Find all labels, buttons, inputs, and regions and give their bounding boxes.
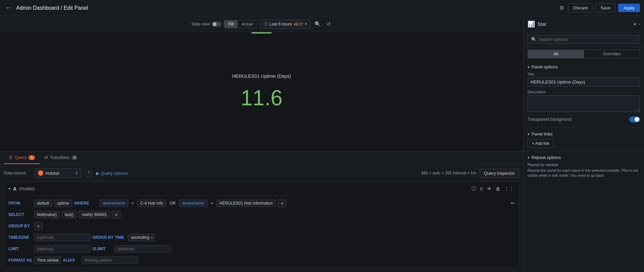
select-field-tag[interactable]: field(value) [34,211,60,218]
panel-options-section: ▾ Panel options Title Description Transp… [523,61,644,128]
panel-options-header[interactable]: ▾ Panel options [527,64,640,69]
repeat-options-chevron: ▾ [527,155,530,160]
repeat-options-header[interactable]: ▾ Repeat options [527,155,640,160]
search-options-row: 🔍 [523,32,644,47]
query-body: Data source Hubitat ▾ ? ▶ Query options … [0,164,523,272]
fill-button[interactable]: Fill [224,20,237,28]
format-as-keyword: FORMAT AS [8,258,32,263]
preview-value: 11.6 [241,86,283,110]
center-panel: Table view Fill Actual ⓘ Last 6 hours AE… [0,16,523,272]
table-view-switch[interactable] [212,21,221,27]
from-row: FROM default uptime WHERE deviceName = C… [8,199,515,208]
where-field-tag[interactable]: deviceName [100,200,128,207]
viz-expand-button[interactable]: › [639,21,640,26]
query-tab-icon: ☰ [9,155,13,160]
query-eye-icon[interactable]: 👁 [486,185,493,193]
order-by-keyword: ORDER BY TIME [92,235,126,240]
datasource-chevron: ▾ [76,171,78,175]
gear-icon[interactable]: ⚙ [558,3,565,12]
toggle-knob [213,22,217,26]
format-as-row: FORMAT AS Time series Table Logs ALIAS [8,256,515,265]
tab-query[interactable]: ☰ Query 1 [4,152,40,164]
from-keyword: FROM [8,201,32,206]
toolbar-row: Table view Fill Actual ⓘ Last 6 hours AE… [0,16,523,32]
select-fn1-tag[interactable]: last() [62,211,77,218]
where-or: OR [168,200,177,207]
title-field-input[interactable] [527,77,640,87]
top-bar: ← Admin Dashboard / Edit Panel ⚙ Discard… [0,0,644,16]
query-inspector-button[interactable]: Query inspector [479,169,519,178]
where-add-button[interactable]: + [278,199,286,207]
from-table-tag[interactable]: uptime [54,200,72,207]
all-tab-button[interactable]: All [528,50,584,58]
slimit-keyword: SLIMIT [92,247,112,251]
where-value2-tag[interactable]: HERULES01 Hub Information [217,200,276,207]
help-button[interactable]: ? [85,169,93,177]
from-edit-button[interactable]: ✏ [511,201,515,206]
panel-links-title: Panel links [532,131,553,137]
datasource-selector[interactable]: Hubitat ▾ [34,168,81,178]
discard-button[interactable]: Discard [568,3,593,12]
order-by-select-wrap: ascending descending [128,234,155,241]
back-button[interactable]: ← [4,3,13,13]
repeat-by-variable-label: Repeat by variable [527,163,640,167]
order-by-select[interactable]: ascending descending [128,234,155,241]
search-input-wrap: 🔍 [527,35,640,44]
main-layout: Table view Fill Actual ⓘ Last 6 hours AE… [0,16,644,272]
title-field-label: Title [527,72,640,76]
select-add-button[interactable]: + [112,211,121,219]
limit-input[interactable] [34,245,90,253]
query-block-header: ▾ A (Hubitat) ⓘ ⎘ 👁 🗑 ⋮⋮ [4,182,519,196]
top-bar-left: ← Admin Dashboard / Edit Panel [4,3,88,13]
actual-button[interactable]: Actual [238,20,257,28]
refresh-button[interactable]: ↺ [325,20,332,29]
top-bar-right: ⚙ Discard Save Apply [558,3,640,12]
query-section: ☰ Query 1 ⇄ Transform 0 Data source [0,151,523,272]
viz-dropdown-chevron[interactable]: ▾ [634,21,636,27]
query-delete-icon[interactable]: 🗑 [495,185,501,193]
table-view-label: Table view [191,22,210,26]
query-copy-icon[interactable]: ⎘ [479,185,484,193]
repeat-options-title: Repeat options [532,155,561,160]
alias-input[interactable] [82,257,138,264]
fill-actual-buttons: Fill Actual [224,20,257,28]
query-block-actions: ⓘ ⎘ 👁 🗑 ⋮⋮ [470,185,515,193]
transparent-bg-toggle[interactable] [629,116,640,122]
apply-button[interactable]: Apply [618,4,640,12]
collapse-button[interactable]: ▾ [8,186,10,191]
panel-links-header[interactable]: ▾ Panel links [527,131,640,137]
group-by-add-button[interactable]: + [34,222,43,230]
where-value1-tag[interactable]: C-4 Hub Info [137,200,166,207]
overrides-tab-button[interactable]: Overrides [584,50,640,58]
query-meta: MD = auto = 295 Interval = 1m [422,171,476,175]
search-input[interactable] [539,37,636,42]
query-help-icon[interactable]: ⓘ [470,185,477,193]
query-options-label: Query options [101,171,128,176]
query-options-button[interactable]: ▶ Query options [96,171,128,176]
slimit-input[interactable] [114,245,171,253]
group-by-row: GROUP BY + [8,221,515,231]
where-field2-tag[interactable]: deviceName [179,200,208,207]
timezone-input[interactable] [34,234,90,241]
datasource-row: Data source Hubitat ▾ ? ▶ Query options … [4,168,519,178]
format-as-select[interactable]: Time series Table Logs [34,257,61,264]
where-keyword: WHERE [74,201,98,206]
time-range-selector[interactable]: ⓘ Last 6 hours AEST ▾ [260,19,311,29]
description-textarea[interactable] [527,95,640,112]
description-field-row: Description [527,90,640,113]
add-link-button[interactable]: + Add link [527,139,554,148]
toggle-knob-inner [635,117,639,122]
tab-transform[interactable]: ⇄ Transform 0 [40,152,83,164]
from-schema-tag[interactable]: default [34,200,52,207]
save-button[interactable]: Save [596,3,616,12]
limit-row: LIMIT SLIMIT [8,244,515,254]
select-fn2-tag[interactable]: math(/ 86400) [79,211,110,218]
where-op2: = [210,200,215,207]
panel-links-section: ▾ Panel links + Add link [523,128,644,152]
query-letter: A [13,186,16,192]
query-drag-icon[interactable]: ⋮⋮ [503,185,515,193]
page-title: Admin Dashboard / Edit Panel [16,5,88,11]
zoom-button[interactable]: 🔍 [313,20,322,29]
timezone-order-row: TIMEZONE ORDER BY TIME ascending descend… [8,233,515,242]
select-keyword: SELECT [8,212,32,217]
